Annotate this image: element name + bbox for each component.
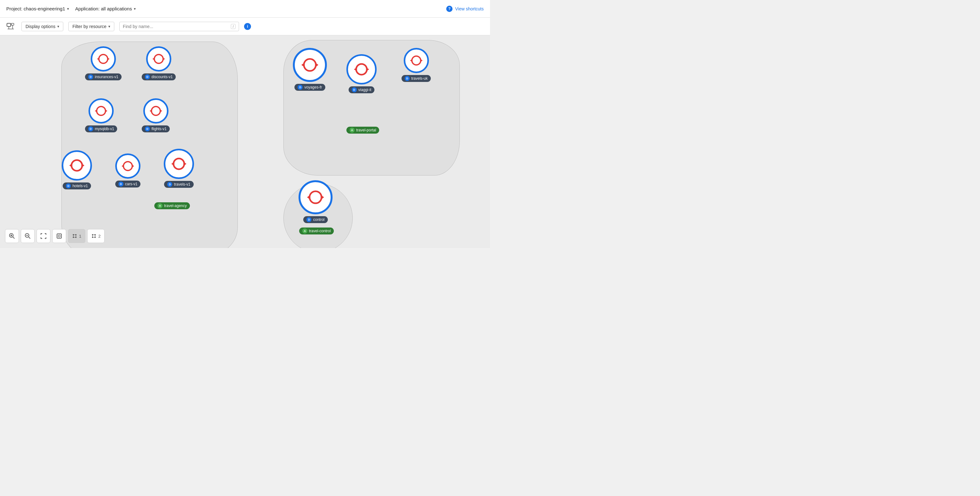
svg-marker-9 (163, 57, 165, 60)
view-shortcuts-link[interactable]: ? View shortcuts (446, 6, 484, 12)
service-node-mysqldb-v1[interactable]: D mysqldb-v1 (85, 98, 117, 132)
service-node-discounts-v1[interactable]: D discounts-v1 (142, 46, 176, 80)
svg-marker-21 (316, 63, 318, 67)
cluster-label-travel-agency[interactable]: A travel-agency (154, 202, 190, 209)
service-label-travels-v1: D travels-v1 (164, 181, 193, 188)
service-label-travels-uk: D travels-uk (401, 75, 431, 82)
svg-marker-8 (153, 57, 154, 60)
svg-rect-36 (58, 235, 60, 237)
help-icon: ? (446, 6, 452, 12)
cluster-label-travel-control[interactable]: A travel-control (299, 228, 334, 234)
view-shortcuts-label: View shortcuts (455, 6, 484, 11)
project-selector[interactable]: Project: chaos-engineering1 ▾ (6, 6, 69, 11)
service-label-discounts-v1: D discounts-v1 (142, 73, 176, 80)
toolbar: Display options ▾ Filter by resource ▾ /… (0, 18, 490, 35)
svg-marker-6 (97, 57, 99, 60)
zoom-out-button[interactable] (21, 229, 35, 243)
kbd-hint: / (231, 24, 235, 29)
service-circle-travels-uk (404, 48, 429, 73)
display-options-button[interactable]: Display options ▾ (21, 22, 63, 31)
cluster-2-label: 2 (98, 234, 100, 239)
service-circle-mysqldb-v1 (89, 98, 114, 124)
service-label-viaggi-it: D viaggi-it (348, 86, 374, 93)
project-chevron-icon: ▾ (67, 6, 69, 11)
display-options-label: Display options (25, 24, 56, 29)
service-node-travels-uk[interactable]: D travels-uk (401, 48, 431, 82)
filter-by-resource-label: Filter by resource (72, 24, 107, 29)
service-circle-viaggi-it (347, 54, 377, 85)
project-label: Project: chaos-engineering1 (6, 6, 65, 11)
service-label-insurances-v1: D insurances-v1 (85, 73, 122, 80)
service-circle-cars-v1 (115, 153, 140, 179)
svg-marker-13 (160, 110, 162, 112)
zoom-in-button[interactable] (5, 229, 19, 243)
service-label-hotels-v1: D hotels-v1 (63, 182, 91, 190)
service-node-viaggi-it[interactable]: D viaggi-it (347, 54, 377, 93)
svg-line-29 (13, 237, 14, 239)
cluster-view-2-button[interactable]: 2 (87, 229, 105, 243)
service-node-travels-v1[interactable]: D travels-v1 (164, 149, 194, 188)
svg-marker-22 (354, 68, 356, 71)
svg-marker-14 (69, 164, 72, 167)
service-circle-insurances-v1 (91, 46, 116, 72)
app-label: Application: all applications (75, 6, 132, 11)
app-chevron-icon: ▾ (134, 6, 136, 11)
badge-travel-agency: A (158, 203, 162, 208)
badge-travel-control: A (302, 228, 307, 233)
service-node-voyages-fr[interactable]: D voyages-fr (293, 48, 327, 91)
fullscreen-button[interactable] (52, 229, 66, 243)
service-label-cars-v1: D cars-v1 (115, 180, 140, 188)
badge-control: D (306, 217, 312, 222)
service-node-hotels-v1[interactable]: D hotels-v1 (62, 150, 92, 190)
svg-marker-17 (132, 165, 134, 167)
badge-insurances-v1: D (88, 74, 93, 80)
svg-marker-7 (108, 57, 110, 60)
badge-voyages-fr: D (298, 85, 302, 90)
badge-hotels-v1: D (66, 183, 71, 188)
service-node-flights-v1[interactable]: D flights-v1 (142, 98, 170, 132)
service-circle-control (299, 180, 332, 214)
canvas: D insurances-v1 D discounts-v1 (0, 35, 490, 248)
top-bar-left: Project: chaos-engineering1 ▾ Applicatio… (6, 6, 136, 11)
search-container: / (119, 22, 239, 31)
badge-travels-uk: D (405, 76, 410, 81)
svg-marker-16 (122, 165, 123, 167)
filter-by-resource-button[interactable]: Filter by resource ▾ (68, 22, 114, 31)
badge-travels-v1: D (167, 182, 172, 187)
display-options-chevron-icon: ▾ (57, 24, 59, 29)
svg-marker-11 (105, 110, 107, 112)
svg-rect-1 (11, 23, 14, 25)
svg-rect-0 (7, 23, 11, 27)
info-icon[interactable]: i (244, 23, 251, 30)
top-bar: Project: chaos-engineering1 ▾ Applicatio… (0, 0, 490, 18)
fit-screen-button[interactable] (37, 229, 50, 243)
service-node-control[interactable]: D control (299, 180, 332, 223)
svg-marker-20 (301, 63, 304, 67)
svg-marker-18 (171, 162, 173, 166)
svg-marker-27 (321, 195, 324, 199)
svg-marker-15 (82, 164, 84, 167)
bottom-toolbar: 1 2 (5, 229, 105, 243)
cluster-label-travel-portal[interactable]: A travel-portal (347, 127, 379, 134)
badge-cars-v1: D (118, 182, 123, 187)
search-input[interactable] (123, 24, 228, 29)
badge-mysqldb-v1: D (88, 126, 93, 131)
svg-line-33 (29, 237, 30, 239)
svg-marker-25 (421, 59, 423, 62)
service-label-voyages-fr: D voyages-fr (294, 84, 325, 91)
service-node-insurances-v1[interactable]: D insurances-v1 (85, 46, 122, 80)
service-circle-hotels-v1 (62, 150, 92, 180)
svg-marker-19 (184, 162, 186, 166)
badge-discounts-v1: D (145, 74, 150, 80)
service-circle-discounts-v1 (146, 46, 171, 72)
service-label-flights-v1: D flights-v1 (142, 125, 170, 132)
service-node-cars-v1[interactable]: D cars-v1 (115, 153, 140, 188)
app-selector[interactable]: Application: all applications ▾ (75, 6, 136, 11)
cluster-view-1-button[interactable]: 1 (68, 229, 85, 243)
topology-icon (5, 21, 16, 32)
badge-travel-portal: A (350, 128, 355, 133)
svg-marker-26 (307, 195, 310, 199)
service-circle-travels-v1 (164, 149, 194, 179)
filter-chevron-icon: ▾ (108, 24, 110, 29)
service-label-control: D control (303, 216, 328, 223)
